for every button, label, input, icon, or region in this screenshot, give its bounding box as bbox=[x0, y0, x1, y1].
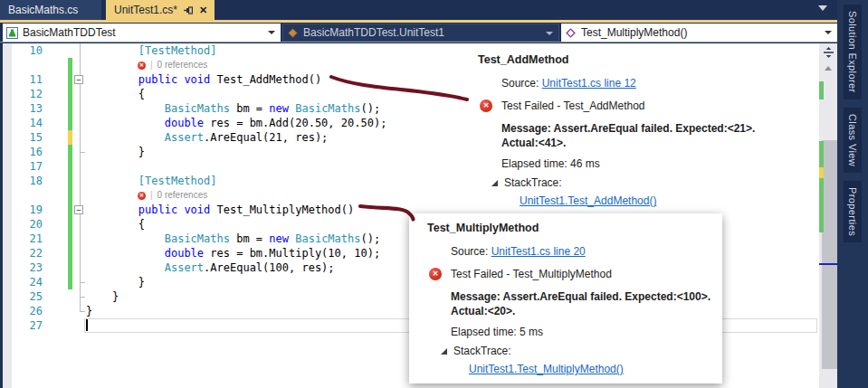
change-tracking-bar bbox=[68, 217, 72, 232]
line-number: 26 bbox=[0, 304, 43, 318]
change-tracking-bar bbox=[68, 58, 72, 72]
method-icon bbox=[565, 27, 577, 39]
stacktrace-link-row: UnitTest1.Test_MultiplyMethod() bbox=[469, 362, 713, 376]
elapsed-time: Elapsed time: 46 ms bbox=[501, 156, 764, 171]
stacktrace-row[interactable]: StackTrace: bbox=[491, 175, 764, 190]
change-tracking-bar bbox=[68, 87, 72, 101]
class-icon bbox=[287, 27, 299, 39]
elapsed-time: Elapsed time: 5 ms bbox=[451, 325, 713, 339]
change-tracking-bar bbox=[68, 275, 72, 289]
status-row: Test Failed - Test_AddMethod bbox=[501, 99, 764, 113]
failure-message: Message: Assert.AreEqual failed. Expecte… bbox=[451, 289, 711, 318]
source-label: Source: bbox=[451, 245, 488, 258]
class-dropdown[interactable]: BasicMathTDDTest.UnitTest1 bbox=[282, 24, 559, 42]
code-text: BasicMaths bm = new BasicMaths(); bbox=[86, 101, 380, 116]
code-text: } bbox=[86, 289, 119, 304]
stacktrace-label: StackTrace: bbox=[504, 175, 562, 190]
tab-basicmaths-label: BasicMaths.cs bbox=[8, 4, 78, 16]
line-number: 14 bbox=[0, 116, 43, 130]
code-text: [TestMethod] bbox=[86, 174, 217, 188]
stacktrace-label: StackTrace: bbox=[453, 344, 511, 358]
sidebar-tab-properties[interactable]: Properties bbox=[844, 181, 862, 242]
line-number: 17 bbox=[0, 159, 43, 174]
close-icon[interactable]: ✕ bbox=[199, 0, 207, 20]
code-text: [TestMethod] bbox=[86, 43, 217, 58]
expander-collapse-icon bbox=[491, 179, 499, 187]
sidebar-tab-solution-explorer[interactable]: Solution Explorer bbox=[844, 5, 862, 99]
source-link[interactable]: UnitTest1.cs line 12 bbox=[542, 77, 636, 90]
scroll-up-arrow-icon[interactable] bbox=[825, 66, 832, 71]
line-number: 27 bbox=[0, 318, 43, 333]
line-number: 18 bbox=[0, 174, 43, 188]
references-count[interactable]: 0 references bbox=[157, 189, 208, 202]
source-row: Source: UnitTest1.cs line 20 bbox=[451, 244, 713, 259]
line-number: 10 bbox=[0, 43, 43, 58]
scrollbar-change-mark bbox=[819, 141, 824, 167]
source-row: Source: UnitTest1.cs line 12 bbox=[501, 76, 764, 90]
change-tracking-bar bbox=[68, 260, 72, 275]
fold-collapse-icon[interactable]: − bbox=[74, 75, 83, 84]
line-number: 15 bbox=[0, 130, 43, 145]
codelens-indicator[interactable]: |0 references bbox=[138, 59, 207, 71]
code-text: BasicMaths bm = new BasicMaths(); bbox=[86, 232, 380, 246]
line-number: 16 bbox=[0, 145, 43, 159]
status-text: Test Failed - Test_AddMethod bbox=[501, 99, 645, 112]
code-text: { bbox=[86, 217, 145, 232]
popup-title: Test_AddMethod bbox=[478, 52, 764, 67]
scrollbar-caret-position-mark bbox=[819, 263, 837, 265]
references-count[interactable]: 0 references bbox=[157, 59, 208, 71]
fold-collapse-icon[interactable]: − bbox=[74, 205, 83, 214]
test-failed-icon bbox=[480, 99, 492, 112]
line-number: 22 bbox=[0, 246, 43, 260]
stacktrace-row[interactable]: StackTrace: bbox=[440, 344, 713, 358]
project-dropdown[interactable]: BasicMathTDDTest bbox=[3, 24, 281, 42]
code-text: } bbox=[86, 304, 92, 318]
line-number: 19 bbox=[0, 203, 43, 217]
scrollbar-change-mark bbox=[819, 178, 824, 232]
scrollbar-change-mark bbox=[819, 167, 824, 178]
change-tracking-bar bbox=[68, 159, 72, 174]
test-failed-icon bbox=[429, 268, 442, 280]
code-text: { bbox=[86, 87, 145, 101]
codelens-indicator[interactable]: |0 references bbox=[138, 189, 207, 202]
code-text: } bbox=[86, 275, 145, 289]
sidebar-tab-class-view[interactable]: Class View bbox=[844, 108, 862, 173]
project-dropdown-label: BasicMathTDDTest bbox=[23, 26, 116, 39]
code-text: public void Test_AddMethod() bbox=[86, 72, 321, 87]
line-number: 20 bbox=[0, 217, 43, 232]
change-tracking-bar bbox=[68, 174, 72, 188]
test-result-popup-multiplymethod: Test_MultiplyMethod Source: UnitTest1.cs… bbox=[409, 213, 722, 383]
tab-overflow-chevron-icon[interactable] bbox=[818, 5, 827, 11]
code-text: double res = bm.Add(20.50, 20.50); bbox=[86, 116, 386, 130]
line-number: 25 bbox=[0, 289, 43, 304]
tab-unittest1[interactable]: UnitTest1.cs* ✕ bbox=[106, 0, 215, 20]
stacktrace-link[interactable]: UnitTest1.Test_MultiplyMethod() bbox=[469, 363, 624, 375]
source-label: Source: bbox=[501, 77, 539, 90]
expander-collapse-icon bbox=[440, 347, 448, 355]
change-tracking-bar bbox=[68, 246, 72, 260]
method-dropdown-label: Test_MultiplyMethod() bbox=[581, 26, 687, 39]
editor-split-handle-icon[interactable] bbox=[819, 43, 837, 62]
scrollbar-change-mark bbox=[819, 81, 824, 99]
code-text: public void Test_MultiplyMethod() bbox=[86, 203, 354, 217]
scrollbar-thumb[interactable] bbox=[822, 140, 837, 369]
change-tracking-bar bbox=[68, 203, 72, 217]
change-tracking-bar bbox=[68, 145, 72, 159]
vertical-scrollbar[interactable] bbox=[819, 43, 837, 388]
line-number: 21 bbox=[0, 232, 43, 246]
change-tracking-bar bbox=[68, 188, 72, 203]
code-text: double res = bm.Multiply(10, 10); bbox=[86, 246, 380, 260]
stacktrace-link-row: UnitTest1.Test_AddMethod() bbox=[520, 194, 764, 208]
change-tracking-bar bbox=[68, 72, 72, 87]
stacktrace-link[interactable]: UnitTest1.Test_AddMethod() bbox=[520, 194, 656, 207]
test-result-popup-addmethod: Test_AddMethod Source: UnitTest1.cs line… bbox=[460, 45, 773, 215]
tab-unittest1-label: UnitTest1.cs* bbox=[114, 0, 177, 20]
test-failed-icon bbox=[138, 192, 146, 200]
test-project-icon bbox=[6, 27, 18, 39]
chevron-down-icon bbox=[268, 31, 275, 34]
line-number: 12 bbox=[0, 87, 43, 101]
pin-icon[interactable] bbox=[184, 5, 194, 15]
source-link[interactable]: UnitTest1.cs line 20 bbox=[491, 245, 586, 258]
tab-basicmaths[interactable]: BasicMaths.cs bbox=[0, 0, 101, 20]
method-dropdown[interactable]: Test_MultiplyMethod() bbox=[561, 24, 837, 42]
